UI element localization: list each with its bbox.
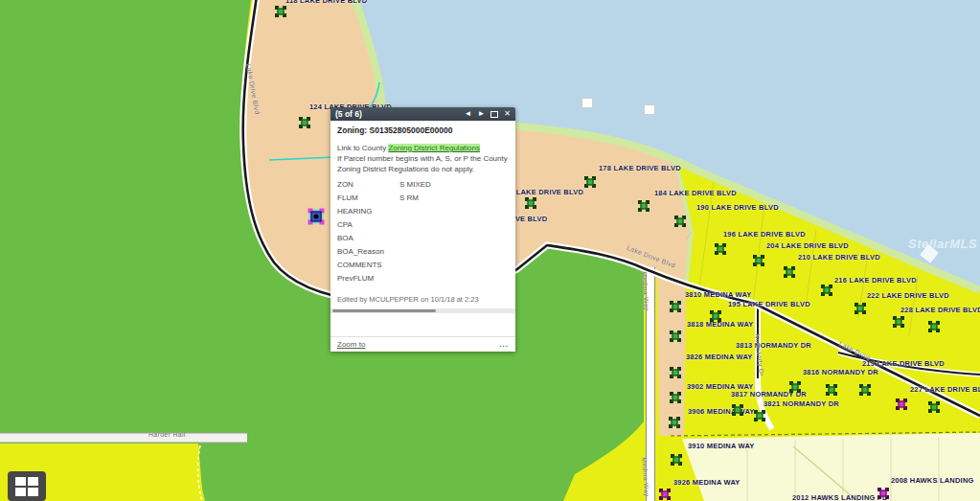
- dock-square: [644, 104, 655, 115]
- parcel-marker-icon[interactable]: [713, 313, 719, 320]
- popup-body: Zoning: S01352805000E00000 Link to Count…: [330, 121, 515, 336]
- field-label: HEARING: [337, 206, 399, 219]
- prev-feature-icon[interactable]: ◄: [464, 110, 471, 118]
- field-row: CPA: [337, 219, 509, 233]
- parcel-marker-icon[interactable]: [756, 258, 763, 264]
- street-label: Harder Hall: [148, 431, 186, 438]
- address-label: 4 LAKE DRIVE BLVD: [510, 188, 583, 196]
- parcel-marker-icon[interactable]: [641, 203, 648, 210]
- parcel-marker-icon[interactable]: [931, 404, 938, 411]
- address-label: 204 LAKE DRIVE BLVD: [766, 241, 849, 250]
- popup-horizontal-scrollbar[interactable]: [330, 308, 515, 313]
- parcel-marker-icon[interactable]: [824, 287, 831, 294]
- field-row: COMMENTS: [337, 260, 509, 273]
- parcel-marker-magenta-icon[interactable]: [899, 401, 905, 408]
- zoning-regulations-link[interactable]: Zoning District Regulations: [388, 144, 480, 152]
- parcel-marker-icon[interactable]: [672, 420, 678, 426]
- parcel-marker-magenta-icon[interactable]: [662, 491, 669, 498]
- address-label: 118 LAKE DRIVE BLVD: [285, 0, 367, 5]
- parcel-marker-icon[interactable]: [857, 306, 864, 312]
- feature-popup: (5 of 6) ◄ ► ✕ Zoning: S01352805000E0000…: [330, 107, 515, 352]
- address-label: 3821 NORMANDY DR: [763, 399, 839, 408]
- zoom-to-link[interactable]: Zoom to: [337, 340, 365, 349]
- parcel-marker-icon[interactable]: [672, 395, 679, 401]
- field-label: COMMENTS: [337, 260, 399, 273]
- address-label: 219 LAKE DRIVE BLVD: [862, 359, 945, 368]
- address-label: 196 LAKE DRIVE BLVD: [723, 230, 806, 239]
- map-canvas[interactable]: StellarMLS 118 LAKE DRIVE BLVD124 LAKE D…: [0, 0, 980, 501]
- field-label: BOA: [337, 233, 399, 246]
- parcel-marker-icon[interactable]: [672, 333, 679, 340]
- parcel-marker-icon[interactable]: [672, 370, 679, 376]
- edited-note: Edited by MCULPEPPER on 10/1/18 at 2:23: [337, 295, 509, 306]
- parcel-marker-icon[interactable]: [786, 269, 793, 276]
- parcel-marker-icon[interactable]: [862, 387, 869, 394]
- parcel-marker-icon[interactable]: [931, 324, 938, 330]
- address-label: 3810 MEDINA WAY: [685, 290, 752, 299]
- link-prefix: Link to County: [337, 144, 388, 152]
- more-options-button[interactable]: ...: [499, 340, 509, 349]
- address-label: 195 LAKE DRIVE BLVD: [728, 300, 810, 308]
- address-label: 3816 NORMANDY DR: [803, 368, 878, 376]
- parcel-marker-icon[interactable]: [718, 246, 724, 253]
- dock-square: [581, 98, 593, 108]
- parcel-marker-icon[interactable]: [587, 179, 594, 186]
- field-label: PrevFLUM: [337, 273, 399, 286]
- parcel-marker-icon[interactable]: [528, 200, 535, 207]
- address-label: 222 LAKE DRIVE BLVD: [867, 291, 949, 300]
- field-row: BOA: [337, 233, 509, 246]
- address-label: 216 LAKE DRIVE BLVD: [834, 276, 917, 285]
- field-label: ZON: [337, 179, 399, 193]
- apps-grid-button[interactable]: [8, 471, 46, 501]
- popup-page-indicator: (5 of 6): [335, 109, 362, 119]
- scrollbar-thumb[interactable]: [332, 309, 436, 312]
- address-label: 3818 MEDINA WAY: [687, 320, 754, 329]
- address-label: 190 LAKE DRIVE BLVD: [696, 203, 779, 212]
- address-label: 228 LAKE DRIVE BLVD: [900, 306, 980, 314]
- next-feature-icon[interactable]: ►: [477, 110, 485, 118]
- grid-icon: [15, 477, 38, 496]
- address-label: 3906 MEDINA WAY: [688, 407, 755, 416]
- address-label: 184 LAKE DRIVE BLVD: [654, 189, 737, 197]
- field-label: CPA: [337, 219, 399, 233]
- popup-footer: Zoom to ...: [330, 336, 515, 352]
- field-row: ZONS MIXED: [337, 179, 509, 193]
- attribute-fields: ZONS MIXEDFLUMS RMHEARINGCPABOABOA_Reaso…: [337, 179, 509, 286]
- address-label: 3813 NORMANDY DR: [736, 341, 811, 350]
- parcel-marker-icon[interactable]: [792, 384, 799, 391]
- parcel-marker-magenta-icon[interactable]: [880, 490, 887, 497]
- field-label: FLUM: [337, 193, 399, 206]
- maximize-icon[interactable]: [490, 111, 498, 118]
- popup-header[interactable]: (5 of 6) ◄ ► ✕: [330, 107, 515, 121]
- popup-link-line: Link to County Zoning District Regulatio…: [337, 143, 509, 153]
- close-icon[interactable]: ✕: [504, 110, 511, 118]
- field-label: BOA_Reason: [337, 246, 399, 260]
- selected-point-marker[interactable]: [311, 212, 322, 222]
- address-label: 3826 MEDINA WAY: [686, 353, 753, 361]
- parcel-marker-icon[interactable]: [673, 457, 680, 464]
- stellar-mls-watermark: StellarMLS: [908, 237, 977, 251]
- address-label: 2008 HAWKS LANDING: [891, 476, 974, 485]
- parcel-marker-icon[interactable]: [735, 407, 741, 414]
- address-label: 2012 HAWKS LANDING PL: [792, 493, 887, 501]
- parcel-marker-icon[interactable]: [677, 218, 684, 225]
- parcel-marker-icon[interactable]: [278, 9, 285, 15]
- field-row: HEARING: [337, 206, 509, 219]
- parcel-marker-icon[interactable]: [757, 413, 763, 420]
- address-label: 210 LAKE DRIVE BLVD: [798, 253, 880, 262]
- field-row: PrevFLUM: [337, 273, 509, 286]
- parcel-marker-icon[interactable]: [829, 387, 835, 394]
- popup-paragraph: If Parcel number begins with A, S, or P …: [337, 153, 509, 174]
- parcel-marker-icon[interactable]: [896, 319, 902, 326]
- selected-point-dot: [314, 215, 319, 219]
- field-row: FLUMS RM: [337, 193, 509, 206]
- address-label: 227 LAKE DRIVE BLVD: [910, 385, 980, 394]
- parcel-marker-icon[interactable]: [672, 304, 679, 310]
- parcel-marker-icon[interactable]: [302, 120, 308, 126]
- address-label: 3926 MEDINA WAY: [673, 478, 741, 487]
- address-label: 178 LAKE DRIVE BLVD: [599, 164, 681, 172]
- address-label: 3817 NORMANDY DR: [731, 390, 807, 399]
- popup-title: Zoning: S01352805000E00000: [337, 125, 509, 137]
- field-value: S RM: [399, 193, 419, 206]
- field-row: BOA_Reason: [337, 246, 509, 260]
